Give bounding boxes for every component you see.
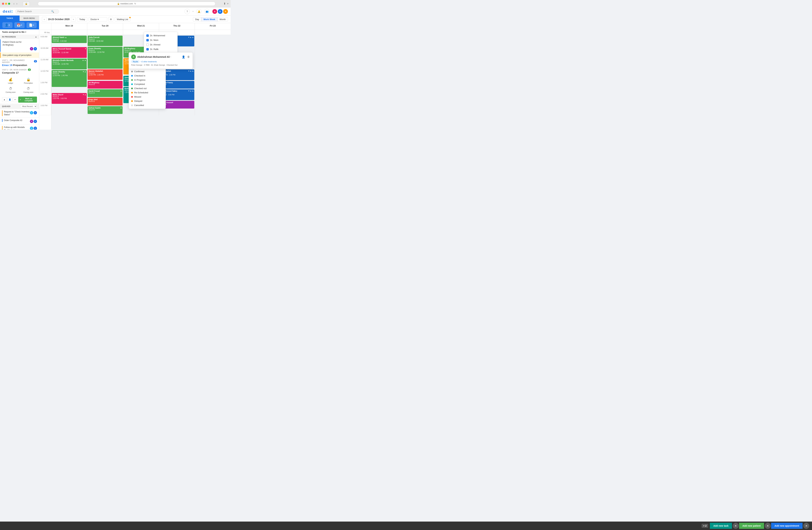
ledger-action[interactable]: 💰 Ledger xyxy=(2,76,19,85)
task-prev-button[interactable]: ▲ xyxy=(2,97,7,102)
status-checked-in[interactable]: Checked In xyxy=(129,74,165,78)
today-button[interactable]: Today xyxy=(77,17,87,21)
work-week-view-button[interactable]: Work Week xyxy=(201,17,217,21)
minimize-dot[interactable] xyxy=(5,3,7,5)
time-slot-11am: 11:00 AM xyxy=(39,58,51,69)
queued-section-header: QUEUED Most Recent xyxy=(0,104,39,109)
help-button[interactable]: ? xyxy=(185,9,190,14)
status-delayed-label: Delayed xyxy=(134,100,142,102)
doctor-filter-item-1[interactable]: ✓ Dr. Nivin xyxy=(144,38,177,42)
close-dot[interactable] xyxy=(2,3,4,5)
status-dropdown[interactable]: STATUS Confirmed Checked In In Progress … xyxy=(129,64,166,109)
url-bar[interactable]: 🔒 meetdexi.com ↻ xyxy=(38,2,215,6)
event-maha[interactable]: ♥ ▲ Maha Sherif Room A 2:00 PM - 3:00 PM xyxy=(52,93,87,104)
status-in-progress-label: In Progress xyxy=(134,79,145,81)
prev-week-button[interactable]: ‹ xyxy=(42,17,47,21)
doctor-checkbox-3[interactable]: ✓ xyxy=(146,48,149,50)
doctor-filter-item-3[interactable]: ✓ Dr. Rafik xyxy=(144,47,177,51)
waiting-list-button[interactable]: Waiting List xyxy=(115,17,130,21)
doctor-checkbox-2[interactable] xyxy=(146,44,149,46)
task-user-button[interactable]: 👤 xyxy=(8,97,12,102)
notifications-button[interactable]: 🔔 xyxy=(196,9,202,14)
coming-soon-1-label: Coming soon xyxy=(5,91,16,93)
tab-tasks[interactable]: TASKS xyxy=(0,16,19,21)
event-engy[interactable]: Engy Adel Room B xyxy=(88,98,123,105)
avatar-user2: D xyxy=(218,9,222,14)
event-mostafa[interactable]: ▲ ▲ Mostafa Shafik Mortada Room A 11:00 … xyxy=(52,59,87,69)
fri-slot-3[interactable] xyxy=(195,104,231,115)
status-completed[interactable]: Completed xyxy=(129,82,165,86)
event-ali-moghazy-tue[interactable]: Ali Moghazy Room B xyxy=(88,81,123,89)
browser-tab[interactable]: 🔒 xyxy=(23,2,30,5)
doctor-checkbox-1[interactable]: ✓ xyxy=(146,39,149,41)
patient-search-input[interactable] xyxy=(17,10,51,13)
logo: dexi xyxy=(3,9,13,14)
calendar-settings-button[interactable]: ⚙ xyxy=(108,17,113,21)
add-appointment-quick-btn[interactable]: 📅+ xyxy=(14,22,25,28)
fri-slot-10[interactable] xyxy=(195,46,231,58)
mon-slot-3[interactable] xyxy=(51,104,87,115)
event-nasser[interactable]: Nasser Abdallah Room A 12:00 PM - 1:00 P… xyxy=(88,69,123,80)
fri-slot-1[interactable] xyxy=(195,81,231,92)
fri-slot-11[interactable] xyxy=(195,58,231,69)
doctor-name-3: Dr. Rafik xyxy=(150,48,159,50)
in-progress-dot xyxy=(131,79,133,81)
queued-task-2[interactable]: Order Composite A3 M D xyxy=(0,118,39,124)
status-cancelled[interactable]: Cancelled xyxy=(129,103,165,107)
event-ahmed-saleh[interactable]: Ahmed Saleh ▲ Room A 9:00 AM - 9:40 AM xyxy=(52,35,87,43)
day-view-button[interactable]: Day xyxy=(193,17,201,21)
fri-slot-9[interactable] xyxy=(195,35,231,46)
fri-slot-12[interactable] xyxy=(195,69,231,81)
queued-filter-select[interactable]: Most Recent xyxy=(20,105,37,108)
fri-slot-2[interactable] xyxy=(195,92,231,104)
event-sarah-fouad[interactable]: ▲ Sarah Fouad Room B xyxy=(88,89,123,97)
mark-complete-button[interactable]: ✓ Mark as complete xyxy=(18,97,37,103)
tasks-assigned-to-me[interactable]: Tasks assigned to Me ▾ xyxy=(0,29,39,34)
event-safwat[interactable]: ▲ Safwat Sadek Room B xyxy=(88,106,123,114)
patient-popup-person-icon[interactable]: 👤 xyxy=(182,55,186,59)
queued-task-3[interactable]: Follow-up with Mostafa Shafik's Lab case… xyxy=(0,124,39,130)
queued-task-1[interactable]: Request to "Check Inventory Status" A D xyxy=(0,109,39,118)
event-esam[interactable]: Esam Shawky Room A 10:00 AM - 12:00 PM xyxy=(88,47,123,69)
event-salah[interactable]: ♥ ▲ Salah Shawky Room A 12:00 PM - 1:45 … xyxy=(52,70,87,87)
event-mirna[interactable]: ♥ Mirna Youssef Saeed Room A 10:00 AM - … xyxy=(52,47,87,58)
orange-task-card[interactable]: Give patient copy of perscription xyxy=(0,53,39,58)
doctor-filter-item-0[interactable]: ✓ Dr. Mohammed xyxy=(144,33,177,38)
status-delayed[interactable]: Delayed xyxy=(129,99,165,103)
calendar-toolbar: ‹ 19-23 October 2020 › Today Doctor ▾ ⚙ … xyxy=(39,16,231,23)
doctor-filter-item-2[interactable]: Dr. Ahmed xyxy=(144,42,177,47)
status-checked-out[interactable]: Checked out xyxy=(129,86,165,90)
doctor-filter-dropdown[interactable]: ✓ Dr. Mohammed ✓ Dr. Nivin Dr. Ahmed ✓ D… xyxy=(144,32,178,53)
share-button[interactable]: ⬆ xyxy=(223,2,226,5)
maximize-dot[interactable] xyxy=(8,3,10,5)
event-room: Room B xyxy=(89,92,122,94)
back-button[interactable]: ‹ xyxy=(13,2,15,5)
add-patient-quick-btn[interactable]: 👤+ xyxy=(2,22,13,28)
doctor-select[interactable]: Doctor ▾ xyxy=(89,17,107,21)
patient-popup[interactable]: A Abdelrahman Mohammed Ali · 👤 🗑 Try-In … xyxy=(129,52,193,69)
event-jolia[interactable]: Jolia Farouk Room A 9:00 AM - 10:00 AM xyxy=(88,35,123,46)
add-record-quick-btn[interactable]: 📄+ xyxy=(27,22,37,28)
new-tab-button[interactable]: + xyxy=(227,2,229,5)
more-treatments[interactable]: +2 other treatments xyxy=(141,61,157,63)
patient-popup-delete-icon[interactable]: 🗑 xyxy=(187,55,190,59)
tab-main-menu[interactable]: MAIN MENU xyxy=(19,16,39,21)
users-button[interactable]: 👥 xyxy=(204,9,210,14)
patient-checkout-task[interactable]: Patient Check-out for Ali Moghazy A D xyxy=(0,39,39,52)
prescription-action[interactable]: 🔒 Prescription xyxy=(20,76,37,85)
event-name: Engy Adel xyxy=(89,99,122,100)
month-view-button[interactable]: Month xyxy=(217,17,228,21)
next-week-button[interactable]: › xyxy=(71,17,76,21)
doctor-checkbox-0[interactable]: ✓ xyxy=(146,34,149,37)
event-name: Mostafa Shafik Mortada xyxy=(53,59,86,61)
in-progress-toggle[interactable]: ▲ xyxy=(35,35,37,38)
task-undo-button[interactable]: ↩ xyxy=(13,97,17,102)
patient-search-bar[interactable]: 🔍 xyxy=(15,9,59,14)
forward-button[interactable]: › xyxy=(16,2,18,5)
status-confirmed[interactable]: Confirmed xyxy=(129,69,165,74)
in-progress-section-header[interactable]: IN PROGRESS ▲ xyxy=(0,34,39,39)
status-missed[interactable]: Missed xyxy=(129,95,165,99)
day-header-mon: Mon 19 xyxy=(51,23,87,30)
status-in-progress[interactable]: In Progress xyxy=(129,78,165,82)
status-rescheduled[interactable]: Re-Scheduled xyxy=(129,90,165,95)
